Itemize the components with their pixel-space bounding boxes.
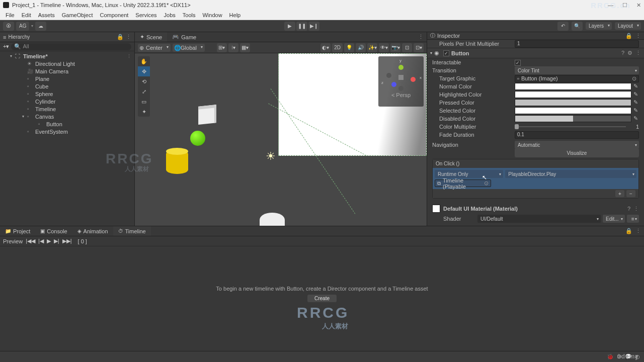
directional-light-gizmo[interactable]: ☀	[266, 150, 276, 163]
eyedropper-icon[interactable]: ✎	[632, 91, 639, 98]
interactable-checkbox[interactable]: ✓	[515, 60, 521, 66]
pressed-color-swatch[interactable]	[515, 99, 631, 106]
timeline-last-button[interactable]: ▶▶|	[62, 238, 72, 244]
account-button[interactable]: ⦿	[3, 22, 14, 31]
context-menu-icon[interactable]: ⋮	[127, 54, 134, 59]
scene-tab[interactable]: ✦Scene	[135, 32, 167, 42]
timeline-tab[interactable]: ⏱ Timeline	[113, 226, 151, 236]
search-button[interactable]: 🔍	[572, 22, 583, 31]
timeline-next-button[interactable]: ▶|	[54, 238, 59, 244]
component-enable-checkbox[interactable]: ✓	[443, 50, 449, 56]
navigation-dropdown[interactable]: Automatic	[515, 141, 639, 149]
hierarchy-tab[interactable]: Hierarchy	[8, 34, 30, 40]
grid-snap-button[interactable]: ⊞▾	[217, 43, 227, 52]
menu-tools[interactable]: Tools	[179, 12, 199, 18]
transition-dropdown[interactable]: Color Tint	[515, 66, 639, 74]
disabled-color-swatch[interactable]	[515, 115, 631, 122]
undo-history-button[interactable]: ↶	[557, 22, 569, 31]
eyedropper-icon[interactable]: ✎	[632, 83, 639, 90]
target-graphic-field[interactable]: ▫Button (Image)⊙	[515, 75, 639, 82]
console-tab[interactable]: ▣ Console	[35, 226, 72, 236]
hierarchy-lock-icon[interactable]: 🔒	[117, 34, 124, 40]
runtime-dropdown[interactable]: Runtime Only	[435, 170, 503, 178]
hierarchy-scene-row[interactable]: ▾⛶Timeline*⋮	[0, 52, 134, 60]
projection-label[interactable]: < Persp	[391, 92, 411, 98]
scene-cylinder[interactable]	[166, 150, 188, 174]
eyedropper-icon[interactable]: ✎	[632, 99, 639, 106]
inspector-tab[interactable]: Inspector	[437, 33, 460, 39]
preset-icon[interactable]: ⚙	[627, 50, 632, 56]
timeline-play-button[interactable]: ▶	[47, 238, 51, 244]
hierarchy-item-canvas[interactable]: ▾▫Canvas	[0, 113, 134, 120]
menu-edit[interactable]: Edit	[18, 12, 35, 18]
scene-cube[interactable]	[198, 105, 216, 125]
bottom-menu-icon[interactable]: ⋮	[635, 228, 641, 234]
add-event-button[interactable]: +	[615, 190, 624, 197]
hierarchy-menu-icon[interactable]: ⋮	[126, 34, 131, 40]
visibility-toggle[interactable]: 👁▾	[379, 43, 389, 52]
menu-component[interactable]: Component	[96, 12, 132, 18]
gizmos-button-2[interactable]: ⊡▾	[414, 43, 424, 52]
scene-viewport[interactable]: ✋ ✥ ⟲ ⤢ ▭ ✦ ☀	[135, 53, 427, 226]
normal-color-swatch[interactable]	[515, 83, 631, 90]
visualize-button[interactable]: Visualize	[515, 148, 639, 157]
object-picker-icon[interactable]: ⊙	[632, 75, 636, 82]
timeline-create-button[interactable]: Create	[307, 295, 337, 302]
play-button[interactable]: ▶	[284, 22, 295, 31]
hierarchy-item[interactable]: ▫Cylinder	[0, 98, 134, 105]
help-icon[interactable]: ?	[627, 206, 630, 212]
project-tab[interactable]: 📁 Project	[0, 226, 35, 236]
layers-dropdown[interactable]: Layers	[586, 22, 612, 30]
scene-sphere[interactable]	[190, 131, 205, 146]
hierarchy-item[interactable]: ▫Timeline	[0, 105, 134, 113]
hand-tool[interactable]: ✋	[138, 56, 150, 66]
snap-increment-button[interactable]: ⁝▾	[228, 43, 238, 52]
snap-settings-button[interactable]: ▦▾	[240, 43, 250, 52]
layout-dropdown[interactable]: Layout	[615, 22, 641, 30]
close-button[interactable]: ✕	[636, 2, 641, 9]
selected-color-swatch[interactable]	[515, 107, 631, 114]
color-multiplier-slider[interactable]: 1	[515, 124, 639, 130]
menu-window[interactable]: Window	[199, 12, 225, 18]
y-axis-icon[interactable]	[398, 65, 404, 70]
menu-assets[interactable]: Assets	[35, 12, 58, 18]
move-tool[interactable]: ✥	[138, 66, 150, 76]
hierarchy-item[interactable]: ▫Plane	[0, 75, 134, 82]
fx-toggle[interactable]: ✨▾	[367, 43, 377, 52]
account-label[interactable]: AG	[16, 22, 29, 31]
camera-settings-button[interactable]: 📷▾	[390, 43, 400, 52]
inspector-lock-icon[interactable]: 🔒	[625, 33, 632, 39]
audio-toggle[interactable]: 🔊	[356, 43, 366, 52]
menu-jobs[interactable]: Jobs	[160, 12, 179, 18]
preview-toggle[interactable]: Preview	[3, 238, 23, 244]
game-tab[interactable]: 🎮Game	[167, 32, 201, 42]
draw-mode-button[interactable]: ◐▾	[320, 43, 331, 52]
fade-duration-field[interactable]: 0.1	[515, 131, 639, 139]
hierarchy-item[interactable]: 🎥Main Camera	[0, 67, 134, 75]
hierarchy-item[interactable]: ☀Directional Light	[0, 60, 134, 67]
highlighted-color-swatch[interactable]	[515, 91, 631, 98]
pixels-per-unit-field[interactable]: 1	[515, 40, 639, 48]
inspector-menu-icon[interactable]: ⋮	[635, 33, 641, 39]
shader-more-button[interactable]: ≡	[627, 215, 639, 223]
cloud-button[interactable]: ☁	[35, 22, 46, 31]
orientation-gizmo[interactable]: y x z < Persp	[378, 56, 424, 107]
z-axis-icon[interactable]	[391, 82, 396, 87]
material-menu-icon[interactable]: ⋮	[633, 206, 639, 212]
gizmos-button-1[interactable]: ⊡	[402, 43, 412, 52]
scene-sphere-2[interactable]	[260, 213, 285, 226]
animation-tab[interactable]: ◈ Animation	[72, 226, 113, 236]
timeline-first-button[interactable]: |◀◀	[26, 238, 35, 244]
scene-menu-icon[interactable]: ⋮	[418, 34, 424, 40]
menu-file[interactable]: File	[2, 12, 18, 18]
function-dropdown[interactable]: PlayableDirector.Play	[505, 170, 636, 178]
hierarchy-item[interactable]: ▫EventSystem	[0, 128, 134, 135]
hierarchy-item[interactable]: ▫Sphere	[0, 90, 134, 98]
menu-services[interactable]: Services	[132, 12, 160, 18]
shader-dropdown[interactable]: UI/Default	[477, 215, 601, 223]
shader-edit-button[interactable]: Edit...	[603, 215, 625, 223]
timeline-prev-button[interactable]: |◀	[38, 238, 44, 244]
bottom-lock-icon[interactable]: 🔒	[625, 228, 632, 234]
hierarchy-search-input[interactable]: 🔍All	[11, 43, 131, 50]
rect-tool[interactable]: ▭	[138, 97, 150, 107]
